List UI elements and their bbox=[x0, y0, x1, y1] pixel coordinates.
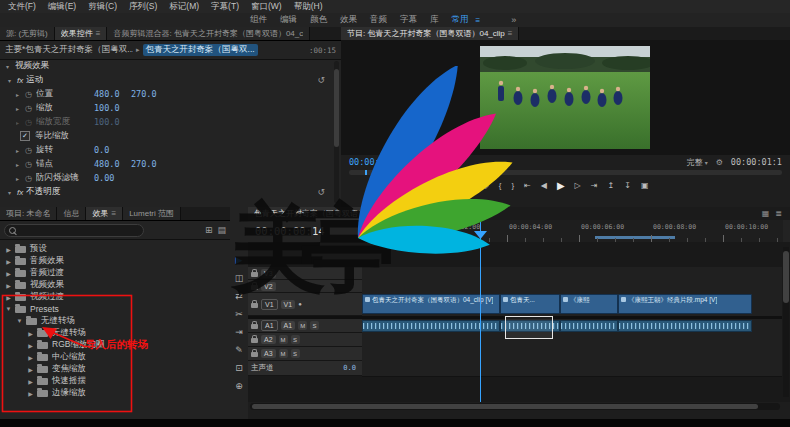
tree-item-9[interactable]: ▶中心缩放 bbox=[0, 351, 230, 363]
effect-row-8[interactable]: ▸◷防闪烁滤镜0.00 bbox=[0, 171, 333, 185]
tree-item-2[interactable]: ▶音频过渡 bbox=[0, 267, 230, 279]
play-icon[interactable]: ▶ bbox=[557, 180, 565, 191]
effect-row-2[interactable]: ▸◷位置480.0270.0 bbox=[0, 87, 333, 101]
program-scrub-playhead[interactable] bbox=[365, 170, 367, 175]
project-tab-2[interactable]: 效果≡ bbox=[86, 207, 123, 220]
twirl-right-icon[interactable]: ▶ bbox=[4, 282, 13, 289]
effect-row-0[interactable]: ▾视频效果 bbox=[0, 59, 333, 73]
menu-item-1[interactable]: 编辑(E) bbox=[42, 1, 82, 13]
property-value[interactable]: 0.00 bbox=[94, 173, 131, 183]
twirl-right-icon[interactable]: ▶ bbox=[26, 378, 35, 385]
tree-item-1[interactable]: ▶音频效果 bbox=[0, 255, 230, 267]
effect-controls-tab-0[interactable]: 源: (无剪辑) bbox=[0, 27, 55, 40]
track-lane-a1[interactable] bbox=[362, 319, 782, 334]
zoom-tool-icon[interactable]: ⊕ bbox=[230, 378, 248, 394]
twirl-right-icon[interactable]: ▶ bbox=[26, 366, 35, 373]
checkbox-icon[interactable]: ✓ bbox=[20, 131, 30, 141]
chevron-right-icon[interactable]: ▸ bbox=[16, 175, 25, 182]
menu-item-4[interactable]: 标记(M) bbox=[163, 1, 205, 13]
workspace-tab-5[interactable]: 字幕 bbox=[400, 14, 417, 26]
stopwatch-icon[interactable]: ◷ bbox=[25, 90, 36, 99]
timeline-ruler[interactable]: 00:00:02:0000:00:04:0000:00:06:0000:00:0… bbox=[362, 220, 783, 242]
stopwatch-icon[interactable]: ◷ bbox=[25, 160, 36, 169]
effect-row-5[interactable]: ✓等比缩放 bbox=[0, 129, 333, 143]
grid-view-icon[interactable]: ⊞ bbox=[205, 225, 213, 235]
project-tab-3[interactable]: Lumetri 范围 bbox=[123, 207, 181, 220]
hand-tool-icon[interactable]: ⊡ bbox=[230, 360, 248, 376]
video-clip-1[interactable]: 包青天... bbox=[500, 294, 560, 314]
chevron-down-icon[interactable]: ▾ bbox=[6, 63, 15, 70]
master-clip-label[interactable]: 主要*包青天之开封奇案（国粤双... bbox=[5, 44, 133, 56]
effect-row-3[interactable]: ▸◷缩放100.0 bbox=[0, 101, 333, 115]
pen-tool-icon[interactable]: ✎ bbox=[230, 342, 248, 358]
twirl-right-icon[interactable]: ▶ bbox=[26, 390, 35, 397]
video-clip-2[interactable]: 《康熙 bbox=[560, 294, 618, 314]
twirl-right-icon[interactable]: ▶ bbox=[4, 270, 13, 277]
workspace-overflow-icon[interactable]: » bbox=[511, 15, 516, 25]
tree-item-11[interactable]: ▶快速摇摆 bbox=[0, 375, 230, 387]
add-marker-icon[interactable]: ◇ bbox=[483, 181, 489, 190]
slip-tool-icon[interactable]: ⇥ bbox=[230, 324, 248, 340]
mute-button[interactable]: M bbox=[279, 335, 288, 344]
workspace-menu-icon[interactable]: ≡ bbox=[476, 16, 481, 25]
mute-button[interactable]: M bbox=[279, 349, 288, 358]
stopwatch-icon[interactable]: ◷ bbox=[25, 174, 36, 183]
playback-quality-dropdown[interactable]: 完整 ▾ bbox=[687, 157, 708, 168]
track-lane-v3[interactable] bbox=[362, 267, 782, 281]
solo-button[interactable]: S bbox=[310, 321, 319, 330]
menu-item-5[interactable]: 字幕(T) bbox=[205, 1, 245, 13]
tree-item-0[interactable]: ▶预设 bbox=[0, 243, 230, 255]
property-value[interactable]: 0.0 bbox=[94, 145, 131, 155]
twirl-right-icon[interactable]: ▶ bbox=[26, 354, 35, 361]
stopwatch-icon[interactable]: ◷ bbox=[25, 104, 36, 113]
effect-controls-scrollbar[interactable] bbox=[334, 61, 339, 203]
go-to-out-icon[interactable]: ⇥ bbox=[591, 181, 598, 190]
timeline-vertical-scrollbar[interactable] bbox=[783, 247, 789, 397]
solo-button[interactable]: S bbox=[291, 349, 300, 358]
twirl-down-icon[interactable]: ▼ bbox=[4, 306, 13, 312]
effect-row-6[interactable]: ▸◷旋转0.0 bbox=[0, 143, 333, 157]
twirl-right-icon[interactable]: ▶ bbox=[4, 246, 13, 253]
twirl-down-icon[interactable]: ▼ bbox=[15, 318, 24, 324]
menu-item-7[interactable]: 帮助(H) bbox=[288, 1, 329, 13]
selected-transition-outline[interactable] bbox=[505, 316, 553, 339]
stopwatch-icon[interactable]: ◷ bbox=[25, 146, 36, 155]
effects-search-input[interactable] bbox=[19, 225, 139, 236]
workspace-tab-7[interactable]: 常用 bbox=[452, 14, 469, 26]
workspace-tab-6[interactable]: 库 bbox=[430, 14, 439, 26]
track-target-a3[interactable]: A3 bbox=[261, 349, 276, 358]
menu-item-2[interactable]: 剪辑(C) bbox=[82, 1, 123, 13]
playhead-line[interactable] bbox=[480, 222, 481, 402]
lock-icon[interactable] bbox=[251, 338, 258, 343]
track-header-a3[interactable]: A3 M S bbox=[248, 347, 362, 361]
twirl-right-icon[interactable]: ▶ bbox=[4, 294, 13, 301]
list-view-icon[interactable]: ▤ bbox=[217, 225, 226, 235]
tree-item-5[interactable]: ▼Presets bbox=[0, 303, 230, 315]
chevron-right-icon[interactable]: ▸ bbox=[16, 147, 25, 154]
lock-icon[interactable] bbox=[251, 324, 258, 329]
chevron-down-icon[interactable]: ▾ bbox=[8, 77, 17, 84]
search-box[interactable] bbox=[4, 224, 144, 237]
twirl-right-icon[interactable]: ▶ bbox=[26, 342, 35, 349]
effect-controls-tab-1[interactable]: 效果控件≡ bbox=[55, 27, 108, 40]
track-lane-v2[interactable] bbox=[362, 280, 782, 294]
chevron-right-icon[interactable]: ▸ bbox=[16, 91, 25, 98]
stopwatch-icon[interactable]: ◷ bbox=[25, 118, 36, 127]
workspace-tab-2[interactable]: 颜色 bbox=[310, 14, 327, 26]
property-value[interactable]: 100.0 bbox=[94, 103, 131, 113]
mute-button[interactable]: M bbox=[298, 321, 307, 330]
track-lane-v1[interactable]: 包青天之开封奇案（国粤双语）04_clip [V]包青天...《康熙《康熙王朝》… bbox=[362, 293, 782, 317]
menu-item-3[interactable]: 序列(S) bbox=[123, 1, 163, 13]
audio-clip-3[interactable] bbox=[618, 320, 752, 332]
source-track-indicator-a1[interactable]: A1 bbox=[261, 320, 278, 331]
mark-out-icon[interactable]: } bbox=[511, 181, 514, 190]
audio-clip-2[interactable] bbox=[560, 320, 618, 332]
video-clip-3[interactable]: 《康熙王朝》经典片段.mp4 [V] bbox=[618, 294, 752, 314]
master-volume-value[interactable]: 0.0 bbox=[343, 364, 359, 372]
project-tab-1[interactable]: 信息 bbox=[57, 207, 86, 220]
lift-icon[interactable]: ↥ bbox=[607, 181, 614, 190]
effect-row-7[interactable]: ▸◷锚点480.0270.0 bbox=[0, 157, 333, 171]
program-scrub-bar[interactable] bbox=[349, 170, 782, 175]
track-header-a1[interactable]: A1 A1 M S bbox=[248, 319, 362, 333]
go-to-in-icon[interactable]: ⇤ bbox=[524, 181, 531, 190]
